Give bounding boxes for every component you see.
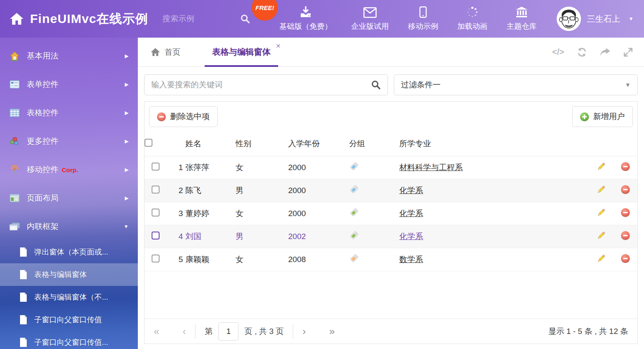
page-icon (19, 270, 28, 280)
delete-icon[interactable] (621, 162, 630, 171)
edit-icon[interactable] (596, 162, 606, 171)
header-search[interactable] (162, 14, 250, 24)
table-row[interactable]: 3董婷婷女2000化学系 (145, 202, 637, 225)
sidebar-item-label: 移动控件 (27, 164, 58, 175)
column-header-name[interactable]: 姓名 (185, 132, 236, 156)
user-menu[interactable]: 三生石上 ▼ (557, 7, 634, 31)
delete-icon[interactable] (621, 208, 630, 217)
delete-icon[interactable] (621, 254, 630, 263)
row-checkbox[interactable] (152, 163, 160, 171)
nav-label: 主题仓库 (507, 21, 537, 31)
major-link[interactable]: 材料科学与工程系 (399, 163, 463, 172)
delete-selected-button[interactable]: 删除选中项 (149, 106, 218, 127)
major-link[interactable]: 数学系 (399, 255, 423, 264)
last-page-icon[interactable]: » (329, 326, 335, 336)
sidebar-item-basic-usage[interactable]: 基本用法 ▶ (0, 42, 138, 70)
search-icon[interactable] (240, 14, 250, 24)
add-user-button[interactable]: 新增用户 (572, 106, 633, 127)
nav-label: 基础版（免费） (279, 21, 332, 31)
sidebar-subitem-popup-window[interactable]: 弹出窗体（本页面或... (0, 241, 138, 263)
filter-dropdown[interactable]: 过滤条件一 ▼ (394, 74, 638, 95)
edit-icon[interactable] (596, 254, 606, 263)
prev-page-icon[interactable]: ‹ (183, 326, 186, 336)
page-icon (19, 247, 28, 257)
close-icon[interactable]: ✕ (276, 43, 281, 49)
table-row[interactable]: 1张萍萍女2000材料科学与工程系 (145, 156, 637, 179)
active-tab-underline (205, 65, 278, 67)
chevron-right-icon: ▶ (125, 167, 129, 173)
major-link[interactable]: 化学系 (399, 209, 423, 218)
sidebar-subitem-child-to-parent-alt[interactable]: 子窗口向父窗口传值... (0, 331, 138, 349)
column-header-group[interactable]: 分组 (349, 132, 399, 156)
edit-icon[interactable] (596, 208, 606, 217)
refresh-icon[interactable] (577, 47, 587, 57)
cell-group (349, 179, 399, 202)
sidebar-item-label: 表单控件 (27, 79, 58, 90)
sidebar-item-inline-frame[interactable]: 内联框架 ▼ (0, 212, 138, 241)
delete-icon[interactable] (621, 185, 630, 194)
download-icon (299, 6, 312, 18)
cell-name: 陈飞 (185, 179, 236, 202)
table-row[interactable]: 2陈飞男2000化学系 (145, 179, 637, 202)
delete-icon[interactable] (621, 231, 630, 240)
sidebar-item-mobile-controls[interactable]: 移动控件 Corp. ▶ (0, 155, 138, 184)
select-all-checkbox[interactable] (145, 139, 152, 147)
nav-item-basic-edition[interactable]: FREE! 基础版（免费） (279, 6, 332, 31)
nav-item-theme-store[interactable]: 主题仓库 (507, 6, 537, 31)
nav-item-loading-animation[interactable]: 加载动画 (457, 6, 487, 31)
edit-icon[interactable] (596, 185, 606, 194)
first-page-icon[interactable]: « (154, 326, 159, 336)
source-code-icon[interactable]: </> (552, 47, 564, 57)
tab-grid-edit-window[interactable]: 表格与编辑窗体 ✕ (205, 38, 278, 66)
next-page-icon[interactable]: › (302, 326, 306, 336)
sidebar-item-grid-controls[interactable]: 表格控件 ▶ (0, 99, 138, 127)
sidebar-item-label: 页面布局 (27, 193, 58, 204)
table-icon (9, 109, 20, 117)
chevron-down-icon: ▼ (629, 16, 634, 22)
row-checkbox[interactable] (152, 255, 160, 262)
sidebar-item-more-controls[interactable]: 更多控件 ▶ (0, 127, 138, 155)
major-link[interactable]: 化学系 (399, 232, 423, 241)
form-icon (9, 80, 20, 89)
cell-name: 张萍萍 (185, 156, 236, 179)
cell-year: 2000 (288, 202, 349, 225)
row-checkbox[interactable] (152, 186, 160, 194)
keyword-search-input[interactable] (151, 80, 371, 89)
edit-icon[interactable] (596, 231, 606, 240)
nav-item-enterprise-trial[interactable]: 企业版试用 (351, 7, 389, 31)
row-checkbox[interactable] (152, 232, 160, 239)
chevron-right-icon: ▶ (125, 110, 129, 116)
home-icon[interactable] (9, 12, 24, 25)
header-search-input[interactable] (162, 14, 225, 23)
column-header-year[interactable]: 入学年份 (288, 132, 349, 156)
fullscreen-icon[interactable] (623, 47, 633, 57)
nav-item-mobile-demo[interactable]: 移动示例 (408, 6, 438, 31)
cell-major: 材料科学与工程系 (399, 156, 589, 179)
sidebar-item-page-layout[interactable]: 页面布局 ▶ (0, 184, 138, 212)
tab-home[interactable]: 首页 (150, 47, 180, 58)
avatar[interactable] (557, 7, 581, 31)
cell-group (349, 156, 399, 179)
divider (195, 324, 195, 339)
sidebar-subitem-grid-edit-window[interactable]: 表格与编辑窗体 (0, 263, 138, 286)
row-checkbox[interactable] (152, 209, 160, 217)
cell-name: 康颖颖 (185, 248, 236, 271)
sidebar-subitem-child-to-parent[interactable]: 子窗口向父窗口传值 (0, 308, 138, 331)
search-icon[interactable] (371, 80, 381, 90)
sidebar-subitem-label: 表格与编辑窗体（不... (34, 292, 108, 302)
cell-year: 2008 (288, 248, 349, 271)
minus-icon (157, 112, 166, 121)
table-row[interactable]: 5康颖颖女2008数学系 (145, 248, 637, 271)
page-number-input[interactable] (218, 322, 238, 341)
sidebar-item-form-controls[interactable]: 表单控件 ▶ (0, 70, 138, 99)
table-row[interactable]: 4刘国男2002化学系 (145, 225, 637, 248)
open-new-window-icon[interactable] (600, 48, 611, 57)
column-header-gender[interactable]: 性别 (236, 132, 288, 156)
major-link[interactable]: 化学系 (399, 186, 423, 195)
cell-gender: 女 (236, 248, 288, 271)
keyword-search-box[interactable] (144, 74, 388, 95)
row-index: 1 (166, 156, 185, 179)
spinner-icon (467, 6, 478, 18)
sidebar-subitem-grid-edit-window-alt[interactable]: 表格与编辑窗体（不... (0, 286, 138, 308)
column-header-major[interactable]: 所学专业 (399, 132, 589, 156)
